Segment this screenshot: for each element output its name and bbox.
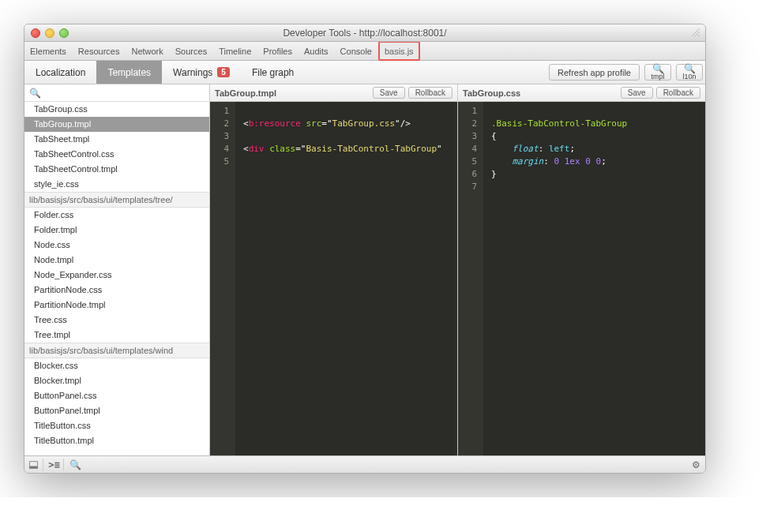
file-item[interactable]: ButtonPanel.tmpl [24, 403, 209, 418]
file-group-header: lib/basisjs/src/basis/ui/templates/tree/ [24, 192, 209, 208]
subtab-templates[interactable]: Templates [96, 61, 162, 84]
subtab-warnings[interactable]: Warnings5 [162, 61, 241, 84]
editor-right: TabGroup.css Save Rollback 1234567 .Basi… [458, 84, 705, 455]
rollback-button[interactable]: Rollback [408, 87, 452, 99]
file-item[interactable]: PartitionNode.css [24, 283, 209, 298]
file-item[interactable]: PartitionNode.tmpl [24, 298, 209, 313]
dock-icon[interactable] [29, 459, 43, 471]
file-list[interactable]: TabGroup.cssTabGroup.tmplTabSheet.tmplTa… [24, 102, 209, 455]
subtab-file-graph[interactable]: File graph [241, 61, 305, 84]
titlebar: Developer Tools - http://localhost:8001/ [24, 24, 705, 42]
save-button[interactable]: Save [621, 87, 653, 99]
file-item[interactable]: Blocker.css [24, 358, 209, 373]
file-item[interactable]: Node.css [24, 238, 209, 253]
file-item[interactable]: TabSheetControl.css [24, 147, 209, 162]
devtab-timeline[interactable]: Timeline [213, 42, 257, 60]
file-item[interactable]: TabSheetControl.tmpl [24, 162, 209, 177]
editor-filename: TabGroup.tmpl [215, 88, 370, 98]
file-search-row: 🔍 [24, 84, 209, 102]
resize-icon [691, 28, 700, 37]
file-group-header: lib/basisjs/src/basis/ui/templates/wind [24, 343, 209, 358]
devtools-window: Developer Tools - http://localhost:8001/… [24, 24, 706, 474]
refresh-app-profile-button[interactable]: Refresh app profile [549, 64, 640, 81]
devtab-sources[interactable]: Sources [170, 42, 213, 60]
subtab-localization[interactable]: Localization [24, 61, 96, 84]
file-item[interactable]: TitleButton.tmpl [24, 433, 209, 448]
file-item[interactable]: TitleButton.css [24, 418, 209, 433]
code-editor-css[interactable]: 1234567 .Basis-TabControl-TabGroup { flo… [458, 102, 705, 455]
devtab-console[interactable]: Console [335, 42, 378, 60]
svg-rect-1 [29, 466, 37, 468]
search-icon: 🔍 [29, 88, 41, 99]
search-icon[interactable]: 🔍 [70, 459, 84, 471]
settings-icon[interactable]: ⚙ [692, 459, 700, 470]
code-editor-tmpl[interactable]: 12345 <b:resource src="TabGroup.css"/> <… [210, 102, 457, 455]
extension-toolbar: LocalizationTemplatesWarnings5File graph… [24, 61, 705, 84]
devtab-audits[interactable]: Audits [299, 42, 335, 60]
badge: 5 [217, 67, 230, 77]
console-icon[interactable]: >≡ [50, 459, 64, 471]
file-item[interactable]: Tree.tmpl [24, 328, 209, 343]
editor-left: TabGroup.tmpl Save Rollback 12345 <b:res… [210, 84, 458, 455]
file-item[interactable]: Node_Expander.css [24, 268, 209, 283]
file-item[interactable]: Folder.css [24, 208, 209, 223]
search-tmpl-button[interactable]: 🔍tmpl [644, 64, 671, 81]
save-button[interactable]: Save [373, 87, 405, 99]
file-item[interactable]: TabGroup.tmpl [24, 117, 209, 132]
content-area: 🔍 TabGroup.cssTabGroup.tmplTabSheet.tmpl… [24, 84, 705, 455]
file-item[interactable]: Node.tmpl [24, 253, 209, 268]
devtab-basis-js[interactable]: basis.js [378, 41, 420, 61]
devtab-network[interactable]: Network [126, 42, 169, 60]
file-item[interactable]: TabGroup.css [24, 102, 209, 117]
devtab-elements[interactable]: Elements [24, 42, 73, 60]
file-item[interactable]: Tree.css [24, 313, 209, 328]
file-item[interactable]: TabSheet.tmpl [24, 132, 209, 147]
window-title: Developer Tools - http://localhost:8001/ [24, 28, 705, 39]
editor-filename: TabGroup.css [463, 88, 618, 98]
devtools-tabs: ElementsResourcesNetworkSourcesTimelineP… [24, 42, 705, 61]
devtab-resources[interactable]: Resources [73, 42, 126, 60]
file-search-input[interactable] [44, 88, 205, 98]
file-sidebar: 🔍 TabGroup.cssTabGroup.tmplTabSheet.tmpl… [24, 84, 210, 455]
rollback-button[interactable]: Rollback [656, 87, 700, 99]
search-l10n-button[interactable]: 🔍l10n [676, 64, 703, 81]
file-item[interactable]: ButtonPanel.css [24, 388, 209, 403]
file-item[interactable]: Blocker.tmpl [24, 373, 209, 388]
devtab-profiles[interactable]: Profiles [257, 42, 299, 60]
file-item[interactable]: Folder.tmpl [24, 223, 209, 238]
file-item[interactable]: style_ie.css [24, 177, 209, 192]
footer-bar: >≡ 🔍 ⚙ [24, 455, 705, 473]
